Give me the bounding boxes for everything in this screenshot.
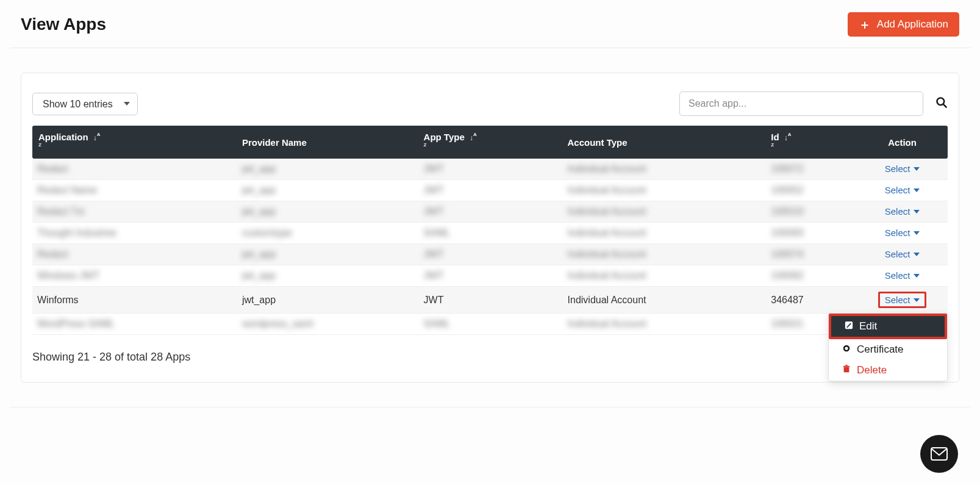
add-application-label: Add Application (877, 18, 948, 31)
table-row: WordPress SAML wordpress_saml SAML Indiv… (32, 314, 948, 335)
entries-select[interactable]: Show 10 entries (32, 93, 138, 115)
cell-app-type: JWT (424, 185, 444, 195)
col-provider-label: Provider Name (242, 137, 307, 148)
trash-icon (842, 364, 852, 376)
cell-application: Redact (37, 163, 68, 174)
cell-app-type: JWT (424, 206, 444, 217)
dropdown-delete-label: Delete (857, 364, 887, 376)
search-input[interactable] (679, 92, 923, 116)
dropdown-edit-label: Edit (859, 320, 877, 332)
col-application[interactable]: Application ↓AZ (32, 126, 237, 159)
svg-point-4 (845, 347, 848, 350)
cell-app-type: SAML (424, 318, 451, 329)
col-application-label: Application (38, 132, 88, 142)
select-action[interactable]: Select (878, 292, 927, 308)
cell-application: Redact Txt (37, 206, 84, 217)
caret-down-icon (914, 274, 920, 278)
cell-account-type: Individual Account (568, 270, 646, 281)
cell-id: 100072 (771, 163, 803, 174)
col-account-type[interactable]: Account Type (563, 126, 767, 159)
select-action[interactable]: Select (885, 249, 920, 259)
cell-id: 100052 (771, 185, 803, 195)
cell-id: 100021 (771, 318, 803, 329)
chat-fab[interactable] (920, 435, 958, 473)
select-action[interactable]: Select (885, 185, 920, 195)
select-action[interactable]: Select (885, 228, 920, 238)
col-app-type[interactable]: App Type ↓AZ (419, 126, 563, 159)
cell-id: 100074 (771, 249, 803, 259)
cell-application: Windows JWT (37, 270, 99, 281)
cell-app-type: SAML (424, 228, 451, 238)
cell-id: 100010 (771, 206, 803, 217)
table-row: Redact Name jwt_app JWT Individual Accou… (32, 180, 948, 201)
caret-down-icon (914, 298, 920, 302)
table-row: Redact jwt_app JWT Individual Account 10… (32, 159, 948, 180)
cell-id: 100082 (771, 270, 803, 281)
dropdown-certificate[interactable]: Certificate (829, 339, 947, 360)
cell-application: Winforms (37, 295, 79, 305)
cell-application: Thought Industree (37, 228, 116, 238)
cell-id: 100083 (771, 228, 803, 238)
cell-provider: jwt_app (242, 206, 276, 217)
dropdown-certificate-label: Certificate (857, 343, 904, 356)
table-summary: Showing 21 - 28 of total 28 Apps (32, 351, 948, 364)
cell-app-type: JWT (424, 270, 444, 281)
col-action: Action (857, 126, 948, 159)
edit-icon (845, 320, 854, 332)
cell-provider: jwt_app (242, 270, 276, 281)
cell-provider: customtype (242, 228, 292, 238)
cell-account-type: Individual Account (568, 163, 646, 174)
cell-app-type: JWT (424, 295, 444, 305)
cell-provider: jwt_app (242, 249, 276, 259)
cell-application: Redact (37, 249, 68, 259)
table-row: Winforms jwt_app JWT Individual Account … (32, 287, 948, 314)
cell-account-type: Individual Account (568, 249, 646, 259)
cell-provider: wordpress_saml (242, 318, 313, 329)
cell-account-type: Individual Account (568, 206, 646, 217)
col-id-label: Id (771, 132, 779, 142)
svg-line-1 (943, 104, 947, 107)
table-row: Redact jwt_app JWT Individual Account 10… (32, 244, 948, 265)
cell-provider: jwt_app (242, 185, 276, 195)
certificate-icon (842, 343, 852, 356)
svg-rect-7 (845, 365, 848, 366)
add-application-button[interactable]: ＋ Add Application (848, 12, 959, 37)
svg-rect-8 (931, 448, 947, 460)
select-action[interactable]: Select (885, 163, 920, 174)
cell-application: WordPress SAML (37, 318, 115, 329)
cell-id: 346487 (771, 295, 803, 305)
divider (10, 407, 970, 408)
table-row: Windows JWT jwt_app JWT Individual Accou… (32, 265, 948, 287)
col-provider[interactable]: Provider Name (237, 126, 419, 159)
svg-rect-6 (843, 366, 850, 367)
cell-provider: jwt_app (242, 295, 276, 305)
cell-account-type: Individual Account (568, 295, 646, 305)
svg-rect-5 (844, 367, 849, 373)
col-id[interactable]: Id ↓AZ (766, 126, 857, 159)
table-row: Thought Industree customtype SAML Indivi… (32, 223, 948, 244)
caret-down-icon (914, 253, 920, 256)
cell-app-type: JWT (424, 163, 444, 174)
caret-down-icon (914, 167, 920, 171)
cell-account-type: Individual Account (568, 185, 646, 195)
dropdown-delete[interactable]: Delete (829, 360, 947, 381)
cell-provider: jwt_app (242, 163, 276, 174)
select-action[interactable]: Select (885, 206, 920, 217)
action-dropdown: Edit Certificate Delete (828, 313, 948, 381)
apps-table: Application ↓AZ Provider Name App Type ↓… (32, 126, 948, 335)
col-app-type-label: App Type (424, 132, 465, 142)
col-action-label: Action (888, 137, 917, 148)
apps-card: Show 10 entries Application ↓AZ Provider… (21, 73, 959, 383)
dropdown-edit[interactable]: Edit (831, 316, 945, 337)
select-action[interactable]: Select (885, 270, 920, 281)
table-row: Redact Txt jwt_app JWT Individual Accoun… (32, 201, 948, 223)
page-title: View Apps (21, 15, 106, 34)
caret-down-icon (914, 231, 920, 235)
svg-point-0 (937, 98, 945, 105)
caret-down-icon (914, 210, 920, 214)
cell-app-type: JWT (424, 249, 444, 259)
cell-account-type: Individual Account (568, 318, 646, 329)
plus-icon: ＋ (859, 18, 871, 31)
search-icon[interactable] (935, 96, 948, 112)
caret-down-icon (914, 189, 920, 192)
